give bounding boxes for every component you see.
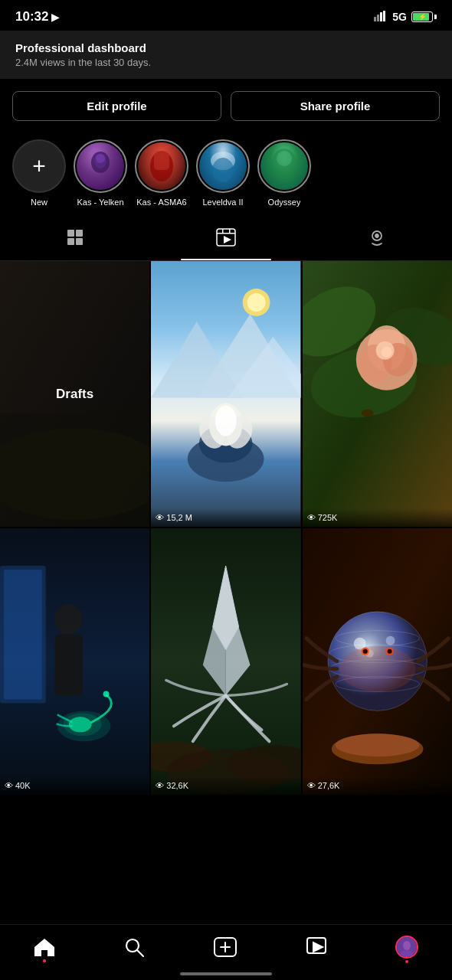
- svg-point-82: [362, 649, 367, 654]
- story-circle-leveldva[interactable]: [196, 139, 250, 193]
- svg-point-69: [336, 734, 420, 757]
- story-label-leveldva: Leveldva II: [202, 198, 243, 207]
- avatar-kas-yelken: [77, 142, 124, 190]
- tab-tagged[interactable]: [301, 219, 452, 260]
- new-story-circle[interactable]: +: [12, 139, 66, 193]
- grid-tab-icon: [66, 228, 84, 251]
- nav-add[interactable]: [204, 933, 247, 961]
- svg-point-53: [55, 604, 83, 635]
- svg-rect-14: [76, 230, 83, 237]
- cell-overlay-scorpion: 👁 40K: [0, 776, 149, 795]
- view-icon-spider: 👁: [307, 781, 316, 790]
- story-label-odyssey: Odyssey: [268, 198, 301, 207]
- video-cell-snow-flower[interactable]: 👁 15,2 M: [151, 261, 300, 527]
- svg-point-49: [361, 410, 373, 417]
- svg-point-6: [96, 154, 105, 163]
- svg-point-57: [103, 691, 110, 697]
- svg-point-48: [381, 347, 391, 358]
- svg-rect-15: [67, 238, 74, 245]
- view-count-rose: 725K: [318, 513, 338, 522]
- svg-rect-19: [222, 229, 224, 233]
- signal-bars-icon: [374, 11, 388, 24]
- status-bar: 10:32 ▶ 5G ⚡: [0, 0, 452, 31]
- dashboard-banner[interactable]: Professional dashboard 2.4M views in the…: [0, 31, 452, 79]
- view-icon-snow: 👁: [156, 513, 164, 522]
- story-item-kas-yelken[interactable]: Kas - Yelken: [74, 139, 127, 207]
- status-time: 10:32 ▶: [15, 9, 59, 24]
- network-label: 5G: [392, 11, 407, 23]
- story-item-odyssey[interactable]: Odyssey: [257, 139, 311, 207]
- svg-point-83: [387, 649, 391, 654]
- tabs-row: [0, 219, 452, 261]
- svg-rect-16: [76, 238, 83, 245]
- tab-reels[interactable]: [151, 219, 302, 260]
- svg-rect-1: [377, 15, 379, 21]
- story-circle-kas-asma6[interactable]: [135, 139, 188, 193]
- view-count-spider: 27,6K: [318, 781, 340, 790]
- svg-rect-0: [374, 17, 376, 21]
- view-icon-scorpion: 👁: [5, 781, 13, 790]
- cell-overlay-rose: 👁 725K: [303, 508, 452, 527]
- dashboard-title: Professional dashboard: [15, 41, 437, 54]
- story-item-kas-asma6[interactable]: Kas - ASMA6: [135, 139, 188, 207]
- view-icon-crystal: 👁: [156, 781, 164, 790]
- location-icon: ▶: [51, 11, 59, 23]
- status-right: 5G ⚡: [374, 11, 437, 24]
- video-cell-drafts[interactable]: Drafts: [0, 261, 149, 527]
- video-cell-scorpion[interactable]: 👁 40K: [0, 528, 149, 794]
- view-count-crystal: 32,6K: [166, 781, 188, 790]
- tab-grid[interactable]: [0, 219, 151, 260]
- svg-rect-18: [217, 233, 235, 234]
- svg-point-92: [403, 941, 411, 950]
- svg-point-38: [215, 406, 237, 436]
- story-circle-odyssey[interactable]: [257, 139, 311, 193]
- svg-point-10: [212, 158, 234, 182]
- nav-profile-dot: [405, 960, 408, 963]
- story-label-kas-yelken: Kas - Yelken: [77, 198, 123, 207]
- story-item-leveldva[interactable]: Leveldva II: [196, 139, 250, 207]
- nav-home-dot: [43, 959, 46, 962]
- video-cell-spider[interactable]: 👁 27,6K: [303, 528, 452, 794]
- share-profile-button[interactable]: Share profile: [231, 91, 440, 121]
- svg-rect-20: [229, 229, 231, 233]
- cell-overlay-snow: 👁 15,2 M: [151, 508, 300, 527]
- edit-profile-button[interactable]: Edit profile: [12, 91, 221, 121]
- nav-home[interactable]: [25, 933, 64, 961]
- dashboard-subtitle: 2.4M views in the last 30 days.: [15, 57, 437, 68]
- svg-rect-52: [4, 570, 42, 699]
- view-icon-rose: 👁: [307, 513, 316, 522]
- stories-row: + New Kas - Yelken: [0, 133, 452, 219]
- svg-point-58: [64, 714, 102, 737]
- profile-buttons-row: Edit profile Share profile: [0, 79, 452, 133]
- story-item-new[interactable]: + New: [12, 139, 66, 207]
- svg-marker-90: [313, 942, 323, 952]
- view-count-snow: 15,2 M: [166, 513, 192, 522]
- svg-point-77: [385, 636, 395, 645]
- svg-rect-26: [0, 413, 149, 528]
- nav-search[interactable]: [114, 933, 154, 961]
- svg-rect-13: [67, 230, 74, 237]
- plus-icon: +: [32, 155, 46, 178]
- story-label-new: New: [31, 198, 47, 207]
- profile-avatar[interactable]: [395, 936, 418, 959]
- story-circle-kas-yelken[interactable]: [74, 139, 127, 193]
- video-cell-crystal[interactable]: 👁 32,6K: [151, 528, 300, 794]
- nav-profile[interactable]: [386, 933, 427, 962]
- avatar-leveldva: [199, 142, 247, 190]
- svg-marker-21: [224, 236, 231, 243]
- nav-inbox[interactable]: [296, 933, 336, 961]
- battery-indicator: ⚡: [411, 11, 437, 22]
- story-label-kas-asma6: Kas - ASMA6: [136, 198, 186, 207]
- svg-rect-54: [55, 635, 83, 696]
- svg-rect-8: [154, 151, 169, 170]
- svg-line-85: [137, 950, 143, 956]
- svg-rect-3: [383, 11, 385, 21]
- time-display: 10:32: [15, 9, 48, 24]
- svg-point-79: [339, 646, 415, 692]
- bottom-nav: [0, 924, 452, 980]
- avatar-odyssey: [260, 142, 308, 190]
- svg-point-32: [247, 293, 266, 312]
- reels-tab-icon: [216, 228, 236, 251]
- svg-point-23: [375, 234, 378, 237]
- video-cell-rose[interactable]: 👁 725K: [303, 261, 452, 527]
